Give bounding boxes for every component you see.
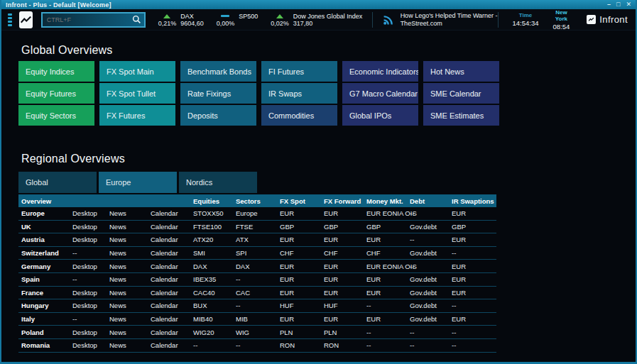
fx-forward-link[interactable]: CHF <box>321 249 364 257</box>
overview-button[interactable]: Economic Indicators <box>342 61 418 82</box>
calendar-link[interactable]: Calendar <box>148 209 190 217</box>
market-ticker[interactable]: Dow Jones Global Index 0,02% 317,80 <box>271 13 362 27</box>
equities-link[interactable]: FTSE100 <box>190 223 233 231</box>
desktop-link[interactable]: Desktop <box>70 209 107 217</box>
fx-spot-link[interactable]: HUF <box>277 302 321 309</box>
desktop-link[interactable]: Desktop <box>70 302 107 309</box>
overview-button[interactable]: Equity Indices <box>18 61 94 82</box>
fx-forward-link[interactable]: RON <box>321 341 364 349</box>
ir-swaptions-link[interactable]: EUR <box>449 263 496 270</box>
debt-link[interactable]: Gov.debt <box>407 223 449 231</box>
ir-swaptions-link[interactable]: EUR <box>449 209 496 217</box>
overview-button[interactable]: Equity Futures <box>18 83 94 104</box>
overview-button[interactable]: FX Spot Tullet <box>99 83 175 104</box>
fx-forward-link[interactable]: EUR <box>321 236 364 243</box>
fx-forward-link[interactable]: HUF <box>321 302 364 309</box>
overview-button[interactable]: FX Futures <box>99 105 175 126</box>
ir-swaptions-link[interactable]: EUR <box>449 289 496 297</box>
debt-link[interactable]: Gov.debt <box>407 302 449 309</box>
fx-forward-link[interactable]: EUR <box>321 209 364 217</box>
equities-link[interactable]: STOXX50 <box>190 209 233 217</box>
minimize-button[interactable]: – <box>607 1 611 8</box>
overview-button[interactable]: Global IPOs <box>342 105 418 126</box>
search-input[interactable] <box>43 16 130 23</box>
desktop-link[interactable]: Desktop <box>70 263 107 270</box>
region-tab[interactable]: Nordics <box>179 172 257 193</box>
calendar-link[interactable]: Calendar <box>148 289 190 297</box>
market-ticker[interactable]: SP500 0,00% <box>217 13 258 27</box>
fx-forward-link[interactable]: EUR <box>321 263 364 270</box>
overview-button[interactable]: G7 Macro Calendar <box>342 83 418 104</box>
money-mkt-link[interactable]: EUR EONIA OIS <box>364 263 407 270</box>
ir-swaptions-link[interactable]: EUR <box>449 236 496 243</box>
news-link[interactable]: News <box>107 263 148 270</box>
sectors-link[interactable]: WIG <box>233 329 277 336</box>
maximize-button[interactable]: □ <box>616 1 620 8</box>
calendar-link[interactable]: Calendar <box>148 223 190 231</box>
menu-button[interactable] <box>8 13 12 27</box>
desktop-link[interactable]: Desktop <box>70 341 107 349</box>
debt-link[interactable]: Gov.debt <box>407 289 449 297</box>
ir-swaptions-link[interactable]: EUR <box>449 275 496 283</box>
money-mkt-link[interactable]: EUR EONIA OIS <box>364 209 407 217</box>
fx-spot-link[interactable]: CHF <box>277 249 321 257</box>
sectors-link[interactable]: FTSE <box>233 223 277 231</box>
calendar-link[interactable]: Calendar <box>148 263 190 270</box>
debt-link[interactable]: Gov.debt <box>407 315 449 323</box>
news-link[interactable]: News <box>107 341 148 349</box>
fx-forward-link[interactable]: PLN <box>321 329 364 336</box>
overview-button[interactable]: FX Spot Main <box>99 61 175 82</box>
news-ticker[interactable]: How Lego's Helped Time Warner - TheStree… <box>383 12 498 28</box>
debt-link[interactable]: Gov.debt <box>407 275 449 283</box>
calendar-link[interactable]: Calendar <box>148 249 190 257</box>
calendar-link[interactable]: Calendar <box>148 329 190 336</box>
news-link[interactable]: News <box>107 289 148 297</box>
desktop-link[interactable]: Desktop <box>70 329 107 336</box>
debt-link[interactable]: Gov.debt <box>407 249 449 257</box>
money-mkt-link[interactable]: EUR <box>364 275 407 283</box>
calendar-link[interactable]: Calendar <box>148 236 190 243</box>
news-link[interactable]: News <box>107 236 148 243</box>
news-link[interactable]: News <box>107 302 148 309</box>
ir-swaptions-link[interactable]: GBP <box>449 223 496 231</box>
fx-forward-link[interactable]: EUR <box>321 275 364 283</box>
money-mkt-link[interactable]: CHF <box>364 249 407 257</box>
sectors-link[interactable]: CAC <box>233 289 277 297</box>
overview-button[interactable]: SME Calendar <box>423 83 499 104</box>
equities-link[interactable]: MIB40 <box>190 315 233 323</box>
overview-button[interactable]: Hot News <box>423 61 499 82</box>
overview-button[interactable]: Equity Sectors <box>18 105 94 126</box>
calendar-link[interactable]: Calendar <box>148 341 190 349</box>
news-link[interactable]: News <box>107 223 148 231</box>
app-logo[interactable] <box>19 11 33 28</box>
news-link[interactable]: News <box>107 275 148 283</box>
fx-forward-link[interactable]: GBP <box>321 223 364 231</box>
equities-link[interactable]: CAC40 <box>190 289 233 297</box>
equities-link[interactable]: IBEX35 <box>190 275 233 283</box>
fx-forward-link[interactable]: EUR <box>321 289 364 297</box>
fx-spot-link[interactable]: PLN <box>277 329 321 336</box>
money-mkt-link[interactable]: EUR <box>364 315 407 323</box>
sectors-link[interactable]: ATX <box>233 236 277 243</box>
calendar-link[interactable]: Calendar <box>148 302 190 309</box>
overview-button[interactable]: Rate Fixings <box>180 83 256 104</box>
overview-button[interactable]: IR Swaps <box>261 83 337 104</box>
fx-spot-link[interactable]: EUR <box>277 236 321 243</box>
fx-spot-link[interactable]: EUR <box>277 209 321 217</box>
fx-spot-link[interactable]: EUR <box>277 315 321 323</box>
fx-spot-link[interactable]: EUR <box>277 289 321 297</box>
equities-link[interactable]: DAX <box>190 263 233 270</box>
fx-spot-link[interactable]: EUR <box>277 275 321 283</box>
news-link[interactable]: News <box>107 329 148 336</box>
news-link[interactable]: News <box>107 315 148 323</box>
overview-button[interactable]: Commodities <box>261 105 337 126</box>
money-mkt-link[interactable]: EUR <box>364 289 407 297</box>
desktop-link[interactable]: Desktop <box>70 236 107 243</box>
overview-button[interactable]: FI Futures <box>261 61 337 82</box>
sectors-link[interactable]: MIB <box>233 315 277 323</box>
equities-link[interactable]: ATX20 <box>190 236 233 243</box>
fx-forward-link[interactable]: EUR <box>321 315 364 323</box>
equities-link[interactable]: SMI <box>190 249 233 257</box>
sectors-link[interactable]: SPI <box>233 249 277 257</box>
desktop-link[interactable]: Desktop <box>70 289 107 297</box>
